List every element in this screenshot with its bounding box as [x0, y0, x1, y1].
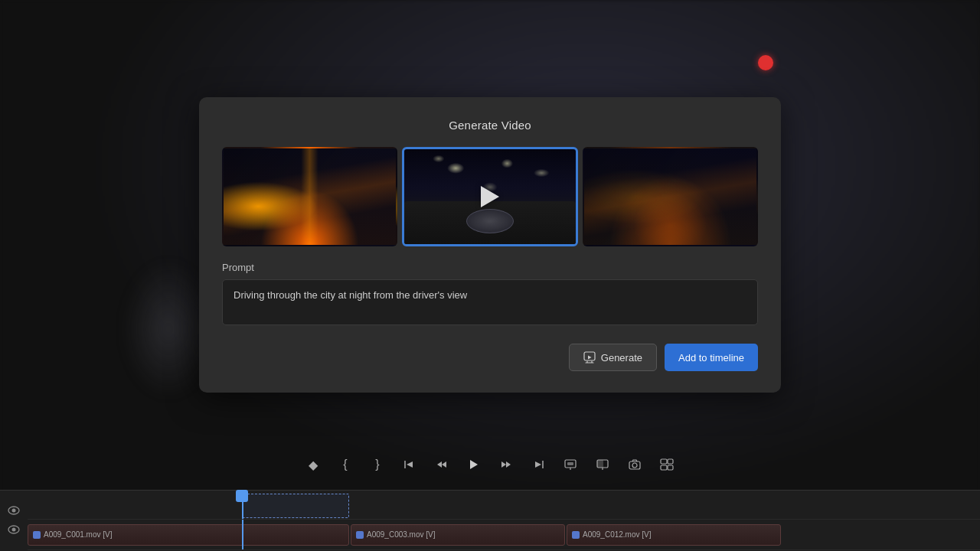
timeline-area: A009_C001.mov [V] A009_C003.mov [V] A009…: [0, 490, 980, 551]
generate-video-modal: Generate Video Prompt Gene: [199, 97, 781, 393]
svg-marker-9: [535, 461, 541, 468]
clip-label-3: A009_C012.mov [V]: [583, 530, 652, 539]
multicam-icon[interactable]: [659, 457, 675, 472]
mark-in-icon[interactable]: ◆: [305, 457, 321, 472]
thumbnail-2[interactable]: [402, 147, 579, 246]
svg-rect-18: [661, 465, 667, 470]
clip-a009-c001[interactable]: A009_C001.mov [V]: [28, 524, 349, 546]
timeline-selection-box: [242, 494, 349, 518]
trim-end-icon[interactable]: }: [370, 457, 385, 472]
svg-rect-0: [584, 352, 595, 360]
timeline-track-controls: [0, 491, 28, 551]
overwrite-icon[interactable]: [595, 457, 610, 472]
generate-button[interactable]: Generate: [569, 344, 657, 371]
play-icon[interactable]: [466, 457, 482, 472]
generate-button-label: Generate: [601, 352, 642, 364]
svg-marker-7: [506, 461, 511, 468]
clip-icon-1: [33, 531, 41, 539]
svg-point-21: [12, 509, 16, 513]
modal-title: Generate Video: [222, 119, 758, 132]
svg-point-15: [632, 463, 637, 468]
upper-track-row[interactable]: [28, 491, 980, 520]
thumbnail-1[interactable]: [222, 147, 397, 246]
track-visibility-upper[interactable]: [8, 503, 20, 520]
dashboard-overlay: [404, 201, 577, 244]
clip-icon-2: [356, 531, 364, 539]
insert-icon[interactable]: [563, 457, 578, 472]
svg-rect-16: [661, 459, 667, 464]
clip-icon-3: [572, 531, 580, 539]
thumbnails-row: [222, 147, 758, 246]
goto-out-icon[interactable]: [531, 457, 546, 472]
transport-bar: ◆ { }: [0, 451, 980, 478]
svg-rect-11: [567, 462, 573, 465]
trim-start-icon[interactable]: {: [338, 457, 353, 472]
svg-rect-19: [668, 465, 673, 470]
svg-point-23: [12, 527, 16, 531]
step-forward-icon[interactable]: [498, 457, 514, 472]
prompt-label: Prompt: [222, 262, 758, 273]
svg-rect-17: [668, 459, 673, 464]
play-cursor-icon: [481, 186, 499, 207]
svg-marker-2: [407, 461, 413, 468]
clip-label-2: A009_C003.mov [V]: [367, 530, 436, 539]
svg-marker-5: [470, 460, 478, 469]
goto-in-icon[interactable]: [402, 457, 417, 472]
actions-row: Generate Add to timeline: [222, 344, 758, 371]
prompt-input[interactable]: [222, 279, 758, 325]
generate-icon: [583, 351, 596, 364]
svg-rect-13: [597, 460, 603, 468]
thumbnail-3[interactable]: [583, 147, 758, 246]
svg-marker-3: [437, 461, 442, 468]
svg-marker-4: [442, 461, 446, 468]
v1-track-row[interactable]: A009_C001.mov [V] A009_C003.mov [V] A009…: [28, 520, 980, 550]
track-visibility-v1[interactable]: [8, 522, 20, 539]
svg-marker-6: [501, 461, 506, 468]
clip-a009-c012[interactable]: A009_C012.mov [V]: [567, 524, 781, 546]
clip-label-1: A009_C001.mov [V]: [44, 530, 113, 539]
clip-a009-c003[interactable]: A009_C003.mov [V]: [351, 524, 565, 546]
step-back-icon[interactable]: [434, 457, 449, 472]
add-to-timeline-button[interactable]: Add to timeline: [665, 344, 758, 371]
timeline-tracks: A009_C001.mov [V] A009_C003.mov [V] A009…: [28, 491, 980, 551]
camera-icon[interactable]: [627, 457, 642, 472]
